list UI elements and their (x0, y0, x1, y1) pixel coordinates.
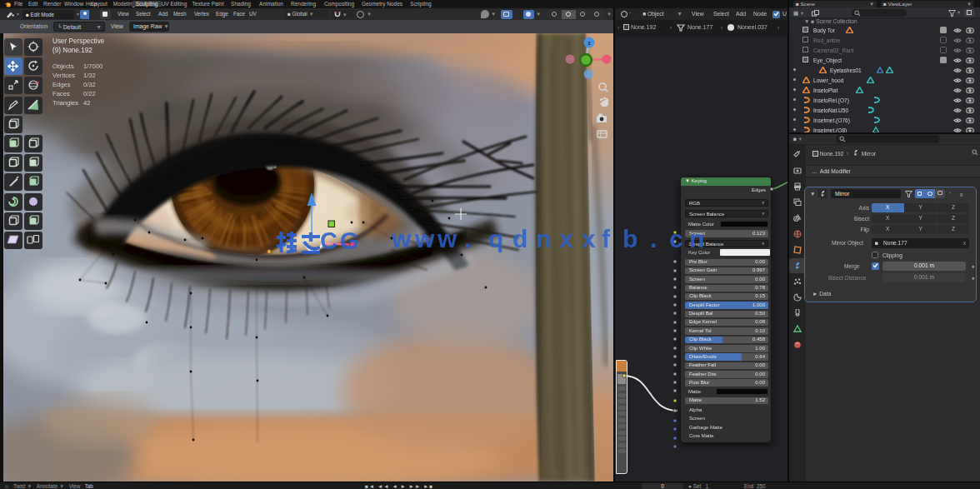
svg-text:Objects: Objects (52, 62, 74, 70)
svg-text:1/7000: 1/7000 (83, 62, 102, 70)
svg-text:0/32: 0/32 (83, 81, 96, 88)
svg-text:z: z (588, 40, 591, 46)
svg-text:Triangles: Triangles (52, 99, 78, 107)
svg-text:Faces: Faces (52, 90, 70, 97)
svg-text:Edges: Edges (52, 81, 71, 88)
svg-text:0/22: 0/22 (83, 90, 96, 97)
svg-text:42: 42 (83, 99, 90, 107)
svg-text:User Perspective: User Perspective (52, 37, 105, 45)
svg-text:(9) None.192: (9) None.192 (52, 47, 92, 54)
svg-text:1/32: 1/32 (83, 72, 96, 79)
svg-text:Vertices: Vertices (52, 72, 75, 79)
